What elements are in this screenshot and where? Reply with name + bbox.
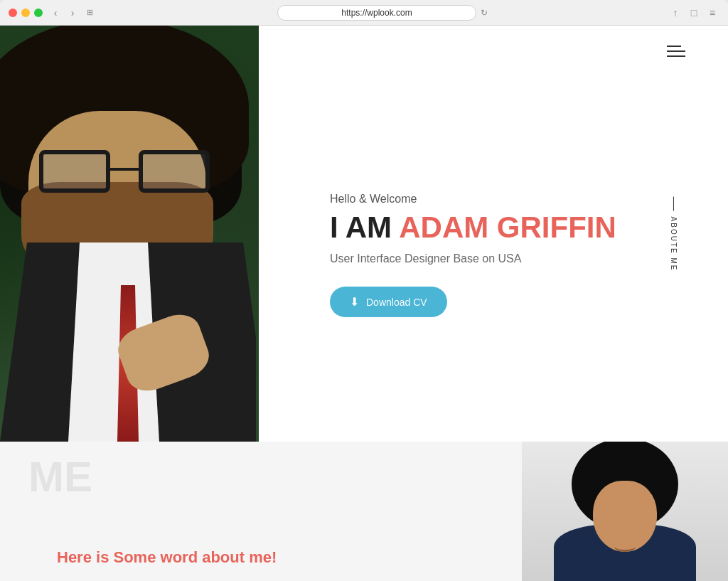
hamburger-line-2: [667, 50, 685, 52]
side-label-line: [673, 196, 674, 210]
hero-title: I AM ADAM GRIFFIN: [330, 211, 728, 244]
close-button[interactable]: [9, 9, 17, 17]
address-bar: ↻: [102, 5, 663, 21]
hero-section: ABOUTE ME Hello & Welcome I AM ADAM GRIF…: [0, 26, 728, 442]
about-text-content: Here is Some word about me!: [57, 548, 277, 567]
hamburger-line-3: [667, 55, 685, 57]
menu-button[interactable]: ≡: [705, 6, 719, 20]
download-icon: ⬇: [350, 295, 359, 309]
browser-chrome: ‹ › ⊞ ↻ ↑ □ ≡: [0, 0, 728, 26]
side-label: ABOUTE ME: [670, 196, 678, 271]
person-left-photo: [0, 26, 256, 442]
hero-greeting: Hello & Welcome: [330, 193, 728, 206]
hero-title-prefix: I AM: [330, 210, 399, 244]
hamburger-menu[interactable]: [667, 46, 685, 57]
maximize-button[interactable]: [34, 9, 43, 17]
window-icon-button[interactable]: ⊞: [82, 6, 97, 20]
afro-background: [522, 442, 728, 581]
person-right-photo: [522, 442, 728, 581]
url-input[interactable]: [277, 5, 476, 21]
bookmark-button[interactable]: □: [687, 6, 701, 20]
download-btn-label: Download CV: [366, 297, 427, 308]
about-bg-label: ME: [28, 456, 92, 499]
refresh-icon[interactable]: ↻: [481, 8, 488, 18]
website-content: ABOUTE ME Hello & Welcome I AM ADAM GRIF…: [0, 26, 728, 581]
hero-title-name: ADAM GRIFFIN: [399, 210, 616, 244]
download-cv-button[interactable]: ⬇ Download CV: [330, 287, 447, 317]
glasses: [39, 150, 210, 200]
traffic-lights: [9, 9, 43, 17]
minimize-button[interactable]: [21, 9, 30, 17]
about-heading: Here is Some word about me!: [57, 548, 277, 567]
nav-buttons: ‹ › ⊞: [48, 6, 97, 20]
toolbar-right: ↑ □ ≡: [668, 6, 719, 20]
hero-subtitle: User Interface Designer Base on USA: [330, 252, 728, 265]
afro-smile: [614, 541, 636, 552]
about-section: ME Here is Some word about me!: [0, 442, 728, 581]
forward-button[interactable]: ›: [65, 6, 80, 20]
back-button[interactable]: ‹: [48, 6, 63, 20]
afro-face: [593, 481, 657, 552]
share-button[interactable]: ↑: [668, 6, 682, 20]
hamburger-line-1: [667, 46, 681, 47]
side-label-text: ABOUTE ME: [670, 216, 678, 271]
hero-content: ABOUTE ME Hello & Welcome I AM ADAM GRIF…: [259, 26, 728, 442]
